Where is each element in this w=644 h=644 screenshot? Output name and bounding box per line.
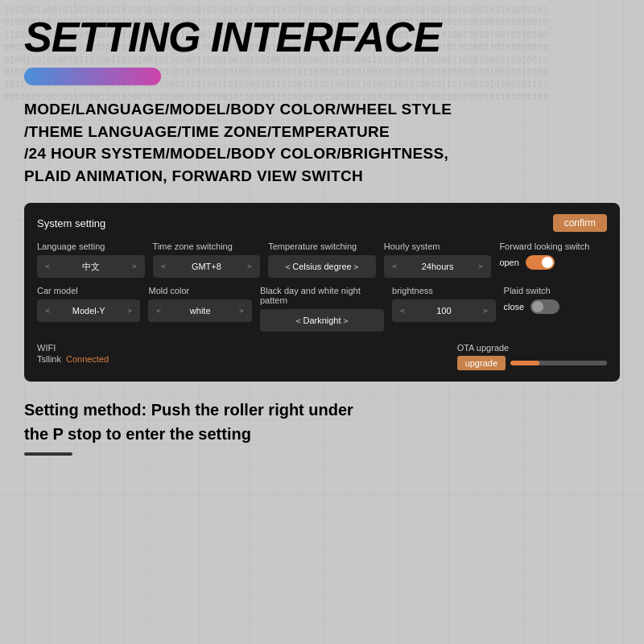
settings-row-1: Language setting ＜ 中文 ＞ Time zone switch… xyxy=(37,242,607,278)
brightness-prev[interactable]: ＜ xyxy=(397,305,408,316)
mold-color-control[interactable]: ＜ white ＞ xyxy=(148,299,251,322)
timezone-setting: Time zone switching ＜ GMT+8 ＞ xyxy=(153,242,261,278)
language-value: 中文 xyxy=(53,261,129,273)
page-title: SETTING INTERFACE xyxy=(24,16,620,58)
hourly-value: 24hours xyxy=(400,262,476,271)
timezone-next[interactable]: ＞ xyxy=(244,261,255,272)
car-model-control[interactable]: ＜ Model-Y ＞ xyxy=(37,299,140,322)
black-day-label: Black day and white night pattern xyxy=(260,286,384,305)
settings-row-2: Car model ＜ Model-Y ＞ Mold color ＜ white… xyxy=(37,286,607,332)
ota-bar-row: upgrade xyxy=(457,356,607,370)
ota-progress-track xyxy=(510,361,607,365)
wifi-name-row: Tsllink Connected xyxy=(37,354,109,364)
wifi-status: Connected xyxy=(66,354,109,364)
temperature-control[interactable]: ＜Celsius degree＞ xyxy=(268,255,376,278)
forward-toggle-row: open xyxy=(499,255,607,270)
plaid-switch-setting: Plaid switch close xyxy=(504,286,607,332)
bottom-row: WIFI Tsllink Connected OTA upgrade upgra… xyxy=(37,340,607,370)
timezone-control[interactable]: ＜ GMT+8 ＞ xyxy=(153,255,261,278)
forward-toggle[interactable] xyxy=(526,255,555,270)
plaid-toggle-row: close xyxy=(504,299,607,314)
panel-header: System setting confirm xyxy=(37,214,607,232)
system-setting-panel: System setting confirm Language setting … xyxy=(24,203,620,382)
language-control[interactable]: ＜ 中文 ＞ xyxy=(37,255,145,278)
brightness-setting: brightness ＜ 100 ＞ xyxy=(392,286,495,332)
mold-color-prev[interactable]: ＜ xyxy=(153,305,164,316)
plaid-state: close xyxy=(504,302,525,312)
brightness-next[interactable]: ＞ xyxy=(480,305,491,316)
language-label: Language setting xyxy=(37,242,145,251)
panel-title: System setting xyxy=(37,217,105,229)
hourly-prev[interactable]: ＜ xyxy=(389,261,400,272)
brightness-value: 100 xyxy=(408,306,479,316)
wifi-network-name: Tsllink xyxy=(37,354,61,364)
temperature-value: ＜Celsius degree＞ xyxy=(273,261,371,273)
ota-section: OTA upgrade upgrade xyxy=(457,343,607,370)
hourly-label: Hourly system xyxy=(384,242,492,251)
plaid-label: Plaid switch xyxy=(504,286,607,295)
wifi-section: WIFI Tsllink Connected xyxy=(37,343,109,364)
plaid-toggle[interactable] xyxy=(530,299,559,314)
bottom-line xyxy=(24,452,72,456)
hourly-next[interactable]: ＞ xyxy=(475,261,486,272)
language-setting: Language setting ＜ 中文 ＞ xyxy=(37,242,145,278)
car-model-setting: Car model ＜ Model-Y ＞ xyxy=(37,286,140,332)
black-day-setting: Black day and white night pattern ＜Darkn… xyxy=(260,286,384,332)
forward-looking-setting: Forward looking switch open xyxy=(499,242,607,278)
setting-method-text: Setting method: Push the roller right un… xyxy=(24,398,620,446)
feature-list: MODE/LANGUAGE/MODEL/BODY COLOR/WHEEL STY… xyxy=(24,98,620,187)
car-model-label: Car model xyxy=(37,286,140,295)
temperature-label: Temperature switching xyxy=(268,242,376,251)
car-model-next[interactable]: ＞ xyxy=(124,305,135,316)
confirm-button[interactable]: confirm xyxy=(553,214,607,232)
hourly-system-setting: Hourly system ＜ 24hours ＞ xyxy=(384,242,492,278)
upgrade-button[interactable]: upgrade xyxy=(457,356,506,370)
language-next[interactable]: ＞ xyxy=(129,261,140,272)
forward-state: open xyxy=(499,258,518,267)
temperature-setting: Temperature switching ＜Celsius degree＞ xyxy=(268,242,376,278)
language-prev[interactable]: ＜ xyxy=(42,261,53,272)
black-day-control[interactable]: ＜Darknight＞ xyxy=(260,309,384,332)
car-model-prev[interactable]: ＜ xyxy=(42,305,53,316)
black-day-value: ＜Darknight＞ xyxy=(265,315,379,327)
wifi-label: WIFI xyxy=(37,343,109,353)
timezone-value: GMT+8 xyxy=(169,262,245,271)
ota-progress-fill xyxy=(510,361,539,365)
mold-color-value: white xyxy=(164,306,235,316)
car-model-value: Model-Y xyxy=(53,306,124,316)
brightness-control[interactable]: ＜ 100 ＞ xyxy=(392,299,495,322)
mold-color-setting: Mold color ＜ white ＞ xyxy=(148,286,251,332)
hourly-control[interactable]: ＜ 24hours ＞ xyxy=(384,255,492,278)
mold-color-label: Mold color xyxy=(148,286,251,295)
forward-label: Forward looking switch xyxy=(499,242,607,251)
timezone-prev[interactable]: ＜ xyxy=(158,261,169,272)
timezone-label: Time zone switching xyxy=(153,242,261,251)
mold-color-next[interactable]: ＞ xyxy=(236,305,247,316)
ota-label: OTA upgrade xyxy=(457,343,607,353)
brightness-label: brightness xyxy=(392,286,495,295)
gradient-pill xyxy=(24,68,161,85)
